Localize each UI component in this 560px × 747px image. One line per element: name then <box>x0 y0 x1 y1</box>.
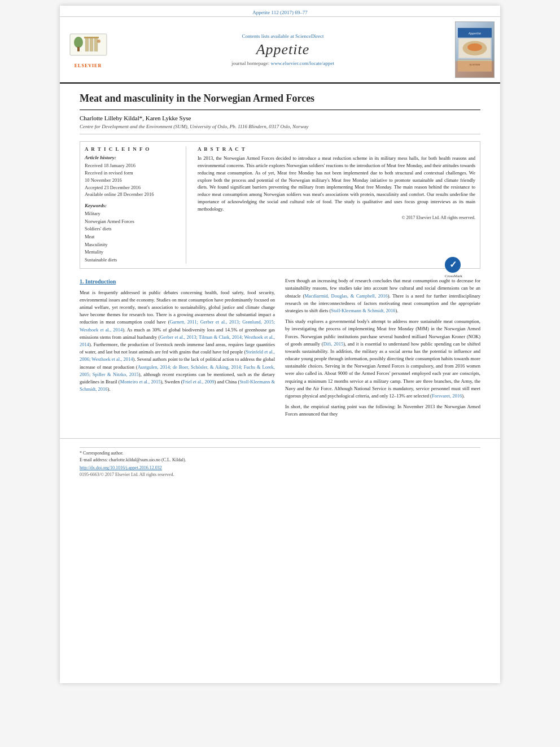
keyword-item: Soldiers' diets <box>85 225 180 233</box>
crossmark-symbol: ✓ <box>449 260 457 269</box>
svg-point-7 <box>97 40 100 43</box>
keyword-item: Mentality <box>85 248 180 256</box>
email-note: E-mail address: charlotte.kildal@sum.uio… <box>80 457 480 462</box>
authors-text: Charlotte Lilleby Kildal*, Karen Lykke S… <box>80 115 191 121</box>
svg-point-1 <box>74 37 83 48</box>
elsevier-logo-image <box>67 31 110 62</box>
footer-area: * Corresponding author. E-mail address: … <box>60 438 500 483</box>
abstract-label: A B S T R A C T <box>198 146 475 152</box>
body-paragraph: Meat is frequently addressed in public d… <box>80 289 275 393</box>
homepage-text: journal homepage: <box>231 60 269 66</box>
svg-rect-3 <box>85 38 89 51</box>
journal-header: ELSEVIER Contents lists available at Sci… <box>60 17 500 84</box>
abstract-text: In 2013, the Norwegian Armed Forces deci… <box>198 155 475 212</box>
body-paragraph: In short, the empirical starting point w… <box>285 403 480 418</box>
intro-col2-text: Even though an increasing body of resear… <box>285 277 480 418</box>
revised-date: 10 November 2016 <box>85 177 180 184</box>
homepage-url[interactable]: www.elsevier.com/locate/appet <box>271 60 334 66</box>
crossmark-label: CrossMark <box>445 274 461 278</box>
contents-text: Contents lists available at <box>242 33 294 39</box>
journal-ref-link[interactable]: Appetite 112 (2017) 69–77 <box>252 10 307 15</box>
journal-center: Contents lists available at ScienceDirec… <box>116 33 449 66</box>
body-columns: 1. Introduction Meat is frequently addre… <box>80 277 480 421</box>
info-abstract-section: A R T I C L E I N F O Article history: R… <box>80 141 480 269</box>
article-info-label: A R T I C L E I N F O <box>85 146 180 152</box>
revised-label: Received in revised form <box>85 169 180 177</box>
body-paragraph: This study explores a governmental body'… <box>285 318 480 400</box>
svg-point-13 <box>467 43 482 51</box>
top-bar: Appetite 112 (2017) 69–77 <box>60 6 500 17</box>
sciencedirect-link[interactable]: ScienceDirect <box>295 33 323 39</box>
keyword-item: Military <box>85 210 180 218</box>
received-date: Received 18 January 2016 <box>85 162 180 169</box>
article-authors: Charlotte Lilleby Kildal*, Karen Lykke S… <box>80 115 480 121</box>
abstract-copyright: © 2017 Elsevier Ltd. All rights reserved… <box>198 215 475 220</box>
intro-section-title: 1. Introduction <box>80 277 275 286</box>
journal-name: Appetite <box>116 41 449 58</box>
keywords-label: Keywords: <box>85 203 180 208</box>
svg-rect-4 <box>90 38 93 51</box>
contents-line: Contents lists available at ScienceDirec… <box>116 33 449 39</box>
abstract-section: A B S T R A C T In 2013, the Norwegian A… <box>198 146 475 264</box>
section-num: 1. <box>80 278 84 285</box>
svg-text:Appetite: Appetite <box>468 31 482 35</box>
body-col-left: 1. Introduction Meat is frequently addre… <box>80 277 275 421</box>
crossmark-circle: ✓ <box>445 257 461 273</box>
elsevier-wordmark: ELSEVIER <box>75 63 102 68</box>
body-col-right: Even though an increasing body of resear… <box>285 277 480 421</box>
body-paragraph: Even though an increasing body of resear… <box>285 277 480 314</box>
copyright-line: 0195-6663/© 2017 Elsevier Ltd. All right… <box>80 472 480 477</box>
section-title-text: Introduction <box>85 278 116 285</box>
crossmark-badge[interactable]: ✓ CrossMark <box>445 257 461 273</box>
accepted-date: Accepted 23 December 2016 <box>85 184 180 191</box>
keyword-item: Sustainable diets <box>85 256 180 264</box>
svg-rect-5 <box>94 38 98 51</box>
svg-text:ELSEVIER: ELSEVIER <box>469 63 480 66</box>
corresponding-note: * Corresponding author. <box>80 447 480 456</box>
journal-thumbnail: Appetite ELSEVIER <box>455 21 495 78</box>
svg-rect-6 <box>84 37 99 38</box>
email-note-text: E-mail address: charlotte.kildal@sum.uio… <box>80 457 186 462</box>
journal-cover-image: Appetite ELSEVIER <box>458 24 492 75</box>
article-title: Meat and masculinity in the Norwegian Ar… <box>80 92 480 110</box>
intro-col1-text: Meat is frequently addressed in public d… <box>80 289 275 393</box>
keyword-item: Masculinity <box>85 241 180 249</box>
available-date: Available online 28 December 2016 <box>85 191 180 198</box>
keywords-list: MilitaryNorwegian Armed ForcesSoldiers' … <box>85 210 180 264</box>
svg-rect-2 <box>77 47 80 51</box>
article-content: Meat and masculinity in the Norwegian Ar… <box>60 84 500 430</box>
keyword-item: Norwegian Armed Forces <box>85 218 180 226</box>
journal-homepage: journal homepage: www.elsevier.com/locat… <box>116 60 449 66</box>
doi-link[interactable]: http://dx.doi.org/10.1016/j.appet.2016.1… <box>80 465 162 470</box>
article-affiliation: Centre for Development and the Environme… <box>80 124 480 134</box>
article-page: Appetite 112 (2017) 69–77 ELSEVIER <box>60 6 500 683</box>
history-label: Article history: <box>85 155 180 160</box>
svg-rect-14 <box>458 59 492 71</box>
elsevier-logo: ELSEVIER <box>65 31 111 68</box>
keyword-item: Meat <box>85 233 180 241</box>
article-info-panel: A R T I C L E I N F O Article history: R… <box>85 146 186 264</box>
